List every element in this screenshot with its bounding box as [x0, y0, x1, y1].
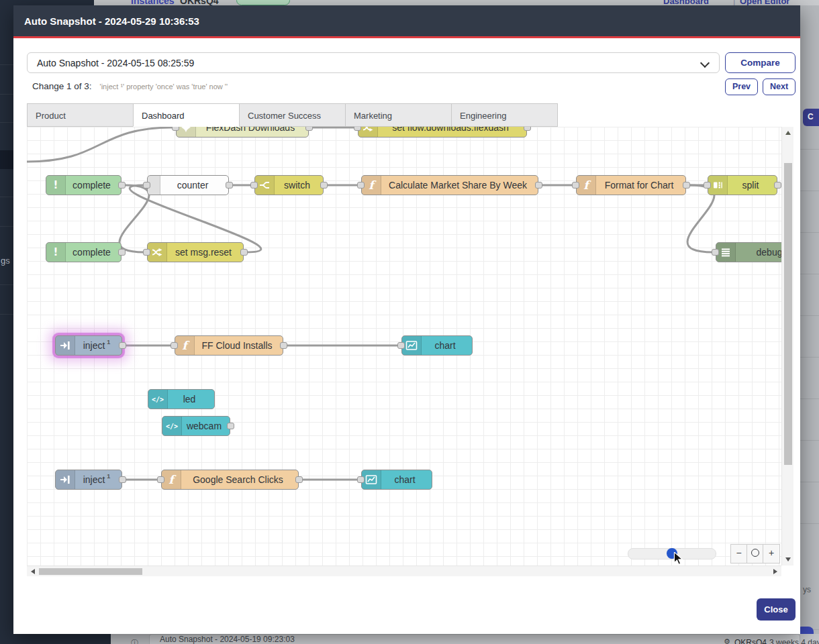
- input-port: [172, 127, 179, 131]
- input-port: [171, 342, 178, 349]
- snapshot-compare-dialog: Auto Snapshot - 2024-05-29 10:36:53 Auto…: [13, 5, 800, 634]
- vertical-scroll-thumb[interactable]: [784, 163, 792, 465]
- input-port: [704, 182, 711, 189]
- zoom-out-button[interactable]: −: [731, 545, 747, 563]
- dialog-title: Auto Snapshot - 2024-05-29 10:36:53: [24, 15, 199, 27]
- node-debug[interactable]: debug: [716, 242, 781, 262]
- prev-button[interactable]: Prev: [725, 78, 758, 95]
- project-label: OKRsQ4: [734, 638, 767, 644]
- node-complete1[interactable]: !complete: [46, 175, 122, 195]
- node-led[interactable]: </>led: [148, 389, 215, 409]
- input-port: [712, 249, 719, 256]
- node-label: FF Cloud Installs: [194, 336, 280, 355]
- chart-icon: [402, 336, 422, 355]
- node-format[interactable]: fFormat for Chart: [576, 175, 686, 195]
- node-label: Google Search Clicks: [181, 470, 295, 489]
- node-calc[interactable]: fCalculate Market Share By Week: [361, 175, 538, 195]
- scroll-down-arrow[interactable]: [785, 557, 791, 561]
- change-status: Change 1 of 3:'inject ¹' property 'once'…: [32, 81, 228, 91]
- node-inject1[interactable]: inject1: [55, 335, 122, 356]
- node-label: Calculate Market Share By Week: [381, 176, 535, 195]
- output-port: [535, 182, 542, 189]
- snapshot-select[interactable]: Auto Snapshot - 2024-05-15 08:25:59: [27, 52, 720, 73]
- scroll-left-arrow[interactable]: [31, 569, 35, 574]
- zoom-slider[interactable]: [628, 548, 716, 559]
- tab-engineering[interactable]: Engineering: [451, 103, 558, 127]
- node-label: chart: [421, 336, 469, 355]
- function-icon: f: [362, 176, 381, 195]
- close-button[interactable]: Close: [757, 598, 796, 621]
- output-port: [774, 182, 781, 189]
- background-text-fragment: ys: [803, 585, 811, 594]
- background-compare-button: C: [803, 109, 819, 126]
- zoom-reset-button[interactable]: [747, 545, 763, 563]
- horizontal-scrollbar[interactable]: [27, 566, 781, 576]
- snapshot-select-value: Auto Snapshot - 2024-05-15 08:25:59: [37, 58, 194, 68]
- link-separator: |: [733, 0, 735, 5]
- dialog-header: Auto Snapshot - 2024-05-29 10:36:53: [13, 5, 800, 38]
- zoom-in-button[interactable]: +: [763, 545, 779, 563]
- node-label: set flow.downloads.flexdash: [377, 127, 524, 137]
- code-icon: </>: [162, 417, 182, 435]
- node-complete2[interactable]: !complete: [46, 242, 122, 262]
- input-port: [354, 127, 361, 131]
- node-setflow[interactable]: set flow.downloads.flexdash: [358, 127, 527, 138]
- tab-marketing[interactable]: Marketing: [345, 103, 452, 127]
- chart-icon: [362, 470, 381, 489]
- input-port: [357, 476, 365, 483]
- node-label: chart: [381, 470, 429, 489]
- node-switch[interactable]: switch: [254, 175, 324, 195]
- node-webcam[interactable]: </>webcam: [162, 416, 230, 436]
- node-chart2[interactable]: chart: [361, 470, 432, 490]
- node-label: debug: [735, 243, 781, 262]
- flow-canvas[interactable]: FlexDash Downloadsset flow.downloads.fle…: [27, 127, 781, 566]
- exclaim-icon: !: [46, 176, 66, 195]
- change-icon: [358, 127, 378, 137]
- gear-icon: ⚙: [724, 637, 730, 644]
- output-port: [683, 182, 690, 189]
- compare-button[interactable]: Compare: [725, 52, 796, 73]
- status-badge: [236, 0, 290, 5]
- dashboard-link[interactable]: Dashboard: [663, 0, 709, 5]
- node-counter[interactable]: counter: [147, 175, 229, 195]
- node-label: set msg.reset: [166, 243, 240, 262]
- exclaim-icon: !: [46, 243, 66, 262]
- sidebar-item-label: gs: [1, 256, 10, 266]
- node-ffcloud[interactable]: fFF Cloud Installs: [175, 335, 283, 356]
- tab-product[interactable]: Product: [27, 103, 134, 127]
- breadcrumb-project: OKRsQ4: [180, 0, 219, 5]
- output-port: [118, 249, 126, 256]
- flow-tab-bar: ProductDashboardCustomer SuccessMarketin…: [27, 103, 557, 127]
- node-setreset[interactable]: set msg.reset: [147, 242, 244, 262]
- chevron-down-icon: [700, 58, 710, 68]
- node-google[interactable]: fGoogle Search Clicks: [161, 470, 299, 490]
- node-chart1[interactable]: chart: [401, 335, 473, 356]
- snapshot-age: 3 weeks 4 days: [769, 638, 819, 644]
- breadcrumb-instances[interactable]: Instances: [131, 0, 175, 5]
- node-label: webcam: [181, 417, 227, 435]
- tab-customer-success[interactable]: Customer Success: [239, 103, 346, 127]
- node-label: switch: [274, 176, 320, 195]
- open-editor-link[interactable]: Open Editor: [740, 0, 789, 5]
- horizontal-scroll-thumb[interactable]: [39, 568, 142, 575]
- next-button[interactable]: Next: [763, 78, 796, 95]
- node-inject2[interactable]: inject1: [55, 470, 122, 490]
- input-port: [397, 342, 405, 349]
- node-label: inject1: [75, 470, 119, 489]
- node-label: complete: [65, 243, 118, 262]
- scroll-up-arrow[interactable]: [785, 131, 791, 135]
- debug-icon: [716, 243, 736, 262]
- scroll-right-arrow[interactable]: [773, 569, 777, 574]
- node-label: inject1: [75, 336, 119, 355]
- zoom-button-group: − +: [730, 544, 780, 564]
- output-port: [280, 342, 287, 349]
- output-port: [118, 182, 126, 189]
- vertical-scrollbar[interactable]: [781, 127, 793, 566]
- output-port: [240, 249, 248, 256]
- tab-dashboard[interactable]: Dashboard: [133, 103, 240, 127]
- output-port: [119, 476, 126, 483]
- node-flexdash[interactable]: FlexDash Downloads: [176, 127, 309, 138]
- node-split[interactable]: split: [708, 175, 777, 195]
- wire: [27, 127, 173, 162]
- change-icon: [148, 243, 167, 262]
